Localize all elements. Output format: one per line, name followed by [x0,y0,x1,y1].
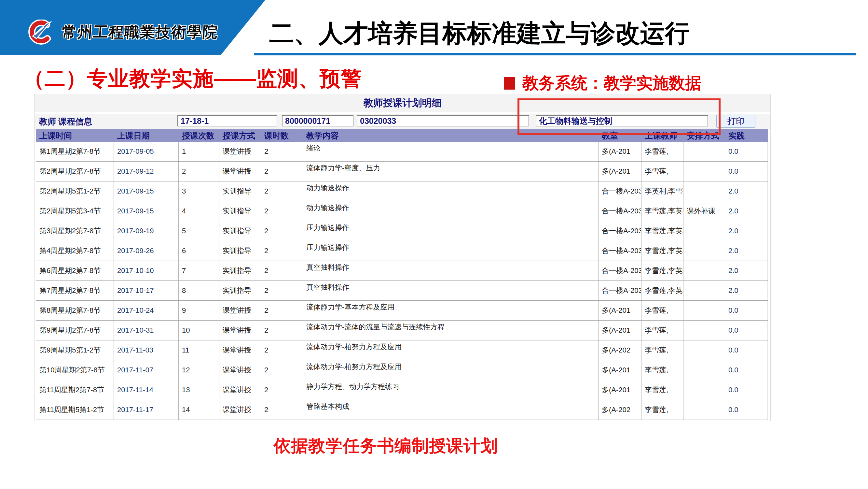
table-cell [683,281,725,300]
table-cell: 2.0 [725,281,768,300]
table-row: 第2周星期5第3-4节2017-09-154实训指导2动力输送操作合一楼A-20… [36,201,768,221]
table-cell: 第4周星期2第7-8节 [36,241,114,261]
column-header: 实践 [725,130,768,142]
system-screenshot: 教师授课计划明细 教师 课程信息 打印 上课时间上课日期授课次数授课方式课时数教… [34,94,771,421]
table-cell: 多(A-201 [598,360,642,380]
table-cell: 0.0 [725,380,768,400]
table-row: 第9周星期5第1-2节2017-11-0311课堂讲授2流体动力学-柏努力方程及… [36,340,768,360]
term-input[interactable] [177,115,277,126]
column-header: 授课方式 [219,130,261,142]
teacher-id-input[interactable] [282,115,353,126]
table-cell: 0.0 [725,340,768,360]
table-cell: 14 [179,400,219,420]
table-cell: 李英利,李雪莲, [642,181,683,201]
table-cell: 第9周星期2第7-8节 [36,321,114,340]
table-cell: 李雪莲, [642,321,683,340]
print-button[interactable]: 打印 [716,115,755,128]
table-cell: 第7周星期2第7-8节 [36,281,114,300]
table-cell [683,301,725,320]
table-row: 第7周星期2第7-8节2017-10-178实训指导2真空抽料操作合一楼A-20… [36,281,768,301]
table-cell: 第8周星期2第7-8节 [36,301,114,320]
table-cell: 2 [261,380,303,400]
table-cell: 实训指导 [219,281,261,300]
table-row: 第8周星期2第7-8节2017-10-249课堂讲授2流体静力学-基本方程及应用… [36,301,768,321]
course-id-input[interactable] [357,115,529,126]
table-cell: 2017-09-26 [114,241,179,261]
table-cell: 实训指导 [219,241,261,261]
table-row: 第2周星期2第7-8节2017-09-122课堂讲授2流体静力学-密度、压力多(… [36,162,768,181]
table-cell: 2 [261,221,303,241]
table-cell: 2 [261,360,303,380]
bullet-label: 教务系统：教学实施数据 [522,72,701,94]
table-cell: 李雪莲, [642,400,683,420]
table-cell: 第3周星期2第7-8节 [36,221,114,241]
table-row: 第6周星期2第7-8节2017-10-107实训指导2真空抽料操作合一楼A-20… [36,261,768,281]
table-row: 第4周星期2第7-8节2017-09-266实训指导2压力输送操作合一楼A-20… [36,241,768,261]
column-header: 上课日期 [114,130,179,142]
table-cell [683,241,725,261]
table-cell: 多(A-201 [598,301,642,320]
table-cell: 2017-09-05 [114,142,179,161]
table-cell: 3 [179,181,219,201]
table-cell: 2017-11-03 [114,340,179,360]
plan-table: 上课时间上课日期授课次数授课方式课时数教学内容教室上课教师安排方式实践 第1周星… [36,130,768,420]
table-cell: 实训指导 [219,181,261,201]
table-cell: 13 [179,380,219,400]
table-cell: 2017-10-17 [114,281,179,300]
table-row: 第3周星期2第7-8节2017-09-195实训指导2压力输送操作合一楼A-20… [36,221,768,241]
table-cell: 真空抽料操作 [303,281,598,300]
table-cell: 管路基本构成 [303,400,598,420]
table-cell: 多(A-201 [598,321,642,340]
section-heading: （二）专业教学实施——监测、预警 [24,64,362,93]
table-cell: 2017-09-15 [114,181,179,201]
table-cell: 9 [179,301,219,320]
page-title: 二、人才培养目标标准建立与诊改运行 [269,17,690,51]
table-cell: 2.0 [725,181,768,201]
table-cell: 11 [179,340,219,360]
table-cell: 2 [261,241,303,261]
table-cell [683,181,725,201]
table-cell: 课外补课 [683,201,725,221]
bullet-square-icon [504,77,515,90]
table-cell: 动力输送操作 [303,181,598,201]
table-cell: 第1周星期2第7-8节 [36,142,114,161]
table-cell: 课堂讲授 [219,321,261,340]
table-cell: 第11周星期5第1-2节 [36,400,114,420]
table-cell [683,261,725,281]
table-cell: 2017-11-14 [114,380,179,400]
table-cell: 实训指导 [219,221,261,241]
table-row: 第1周星期2第7-8节2017-09-051课堂讲授2绪论多(A-201李雪莲,… [36,142,768,162]
table-cell: 2017-10-10 [114,261,179,281]
table-cell: 第6周星期2第7-8节 [36,261,114,281]
table-cell: 动力输送操作 [303,201,598,221]
table-cell: 第2周星期5第3-4节 [36,201,114,221]
table-cell: 2017-10-31 [114,321,179,340]
table-cell: 2.0 [725,241,768,261]
table-cell: 2017-10-24 [114,301,179,320]
table-cell: 2 [261,261,303,281]
table-cell: 5 [179,221,219,241]
table-row: 第11周星期5第1-2节2017-11-1714课堂讲授2管路基本构成多(A-2… [36,400,768,420]
table-cell: 李雪莲, [642,162,683,181]
bullet-row: 教务系统：教学实施数据 [504,72,701,94]
column-header: 授课次数 [179,130,219,142]
table-cell [683,360,725,380]
table-cell: 10 [179,321,219,340]
table-cell: 李雪莲,李英利, [642,281,683,300]
table-cell: 流体动力学-流体的流量与流速与连续性方程 [303,321,598,340]
table-cell: 多(A-202 [598,340,642,360]
table-cell: 0.0 [725,301,768,320]
table-cell: 2 [261,340,303,360]
table-cell: 课堂讲授 [219,360,261,380]
table-cell: 2017-09-12 [114,162,179,181]
table-cell: 压力输送操作 [303,221,598,241]
table-cell: 绪论 [303,142,598,161]
table-row: 第2周星期5第1-2节2017-09-153实训指导2动力输送操作合一楼A-20… [36,181,768,201]
table-cell: 课堂讲授 [219,380,261,400]
table-cell: 李雪莲,李英利, [642,201,683,221]
table-cell: 课堂讲授 [219,340,261,360]
table-cell: 李雪莲,李英利, [642,221,683,241]
table-cell: 2 [261,162,303,181]
table-cell [683,162,725,181]
table-cell: 李雪莲, [642,301,683,320]
